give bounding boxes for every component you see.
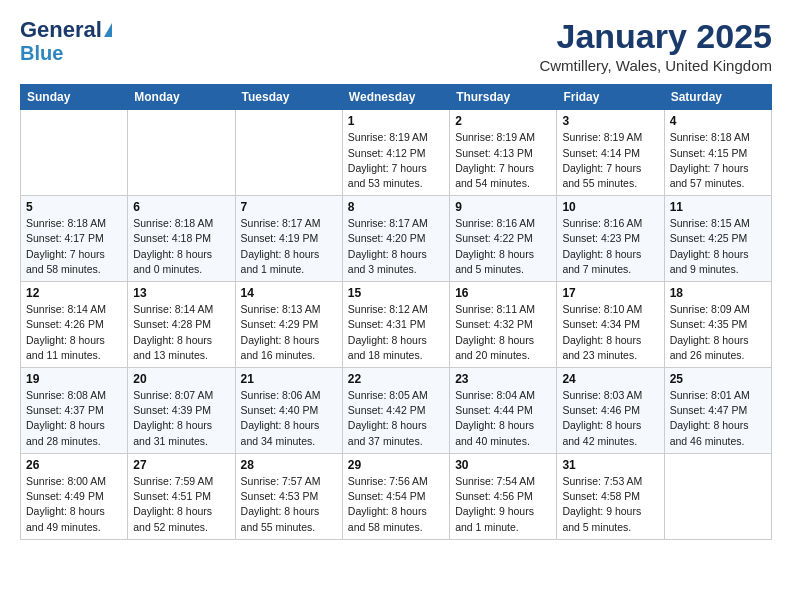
logo: General Blue (20, 18, 112, 64)
day-number: 6 (133, 200, 229, 214)
table-row: 5Sunrise: 8:18 AMSunset: 4:17 PMDaylight… (21, 196, 128, 282)
table-row: 13Sunrise: 8:14 AMSunset: 4:28 PMDayligh… (128, 282, 235, 368)
calendar-week-row: 26Sunrise: 8:00 AMSunset: 4:49 PMDayligh… (21, 453, 772, 539)
day-info: Sunrise: 8:08 AMSunset: 4:37 PMDaylight:… (26, 388, 122, 449)
day-info: Sunrise: 7:59 AMSunset: 4:51 PMDaylight:… (133, 474, 229, 535)
day-info: Sunrise: 8:14 AMSunset: 4:28 PMDaylight:… (133, 302, 229, 363)
logo-general: General (20, 18, 102, 42)
day-number: 17 (562, 286, 658, 300)
table-row (128, 110, 235, 196)
table-row: 10Sunrise: 8:16 AMSunset: 4:23 PMDayligh… (557, 196, 664, 282)
table-row (235, 110, 342, 196)
table-row: 26Sunrise: 8:00 AMSunset: 4:49 PMDayligh… (21, 453, 128, 539)
day-info: Sunrise: 8:13 AMSunset: 4:29 PMDaylight:… (241, 302, 337, 363)
day-info: Sunrise: 8:15 AMSunset: 4:25 PMDaylight:… (670, 216, 766, 277)
calendar-week-row: 19Sunrise: 8:08 AMSunset: 4:37 PMDayligh… (21, 368, 772, 454)
day-info: Sunrise: 8:12 AMSunset: 4:31 PMDaylight:… (348, 302, 444, 363)
day-number: 16 (455, 286, 551, 300)
table-row: 8Sunrise: 8:17 AMSunset: 4:20 PMDaylight… (342, 196, 449, 282)
table-row: 19Sunrise: 8:08 AMSunset: 4:37 PMDayligh… (21, 368, 128, 454)
table-row: 4Sunrise: 8:18 AMSunset: 4:15 PMDaylight… (664, 110, 771, 196)
day-info: Sunrise: 8:16 AMSunset: 4:23 PMDaylight:… (562, 216, 658, 277)
day-info: Sunrise: 7:57 AMSunset: 4:53 PMDaylight:… (241, 474, 337, 535)
day-number: 12 (26, 286, 122, 300)
day-number: 4 (670, 114, 766, 128)
table-row (21, 110, 128, 196)
day-info: Sunrise: 8:19 AMSunset: 4:14 PMDaylight:… (562, 130, 658, 191)
day-number: 9 (455, 200, 551, 214)
day-info: Sunrise: 8:18 AMSunset: 4:15 PMDaylight:… (670, 130, 766, 191)
table-row: 18Sunrise: 8:09 AMSunset: 4:35 PMDayligh… (664, 282, 771, 368)
table-row: 16Sunrise: 8:11 AMSunset: 4:32 PMDayligh… (450, 282, 557, 368)
table-row: 30Sunrise: 7:54 AMSunset: 4:56 PMDayligh… (450, 453, 557, 539)
day-info: Sunrise: 8:00 AMSunset: 4:49 PMDaylight:… (26, 474, 122, 535)
table-row: 31Sunrise: 7:53 AMSunset: 4:58 PMDayligh… (557, 453, 664, 539)
page: General Blue January 2025 Cwmtillery, Wa… (0, 0, 792, 558)
day-info: Sunrise: 8:14 AMSunset: 4:26 PMDaylight:… (26, 302, 122, 363)
table-row: 12Sunrise: 8:14 AMSunset: 4:26 PMDayligh… (21, 282, 128, 368)
col-monday: Monday (128, 85, 235, 110)
day-info: Sunrise: 8:09 AMSunset: 4:35 PMDaylight:… (670, 302, 766, 363)
day-number: 31 (562, 458, 658, 472)
day-number: 20 (133, 372, 229, 386)
day-info: Sunrise: 8:01 AMSunset: 4:47 PMDaylight:… (670, 388, 766, 449)
day-number: 3 (562, 114, 658, 128)
day-number: 7 (241, 200, 337, 214)
table-row: 28Sunrise: 7:57 AMSunset: 4:53 PMDayligh… (235, 453, 342, 539)
logo-triangle-icon (104, 23, 112, 37)
day-number: 15 (348, 286, 444, 300)
table-row: 7Sunrise: 8:17 AMSunset: 4:19 PMDaylight… (235, 196, 342, 282)
col-thursday: Thursday (450, 85, 557, 110)
day-info: Sunrise: 7:54 AMSunset: 4:56 PMDaylight:… (455, 474, 551, 535)
day-number: 23 (455, 372, 551, 386)
day-info: Sunrise: 8:03 AMSunset: 4:46 PMDaylight:… (562, 388, 658, 449)
day-number: 1 (348, 114, 444, 128)
day-number: 29 (348, 458, 444, 472)
col-wednesday: Wednesday (342, 85, 449, 110)
day-number: 14 (241, 286, 337, 300)
logo-blue: Blue (20, 42, 63, 64)
table-row: 23Sunrise: 8:04 AMSunset: 4:44 PMDayligh… (450, 368, 557, 454)
calendar-week-row: 1Sunrise: 8:19 AMSunset: 4:12 PMDaylight… (21, 110, 772, 196)
month-title: January 2025 (539, 18, 772, 55)
day-number: 24 (562, 372, 658, 386)
table-row: 24Sunrise: 8:03 AMSunset: 4:46 PMDayligh… (557, 368, 664, 454)
day-info: Sunrise: 8:18 AMSunset: 4:17 PMDaylight:… (26, 216, 122, 277)
calendar-header-row: Sunday Monday Tuesday Wednesday Thursday… (21, 85, 772, 110)
day-info: Sunrise: 8:05 AMSunset: 4:42 PMDaylight:… (348, 388, 444, 449)
day-info: Sunrise: 8:10 AMSunset: 4:34 PMDaylight:… (562, 302, 658, 363)
day-number: 28 (241, 458, 337, 472)
day-number: 2 (455, 114, 551, 128)
table-row: 11Sunrise: 8:15 AMSunset: 4:25 PMDayligh… (664, 196, 771, 282)
day-info: Sunrise: 8:16 AMSunset: 4:22 PMDaylight:… (455, 216, 551, 277)
day-number: 11 (670, 200, 766, 214)
day-info: Sunrise: 8:06 AMSunset: 4:40 PMDaylight:… (241, 388, 337, 449)
table-row: 1Sunrise: 8:19 AMSunset: 4:12 PMDaylight… (342, 110, 449, 196)
day-number: 25 (670, 372, 766, 386)
table-row: 25Sunrise: 8:01 AMSunset: 4:47 PMDayligh… (664, 368, 771, 454)
col-sunday: Sunday (21, 85, 128, 110)
table-row: 20Sunrise: 8:07 AMSunset: 4:39 PMDayligh… (128, 368, 235, 454)
calendar-week-row: 12Sunrise: 8:14 AMSunset: 4:26 PMDayligh… (21, 282, 772, 368)
day-info: Sunrise: 8:17 AMSunset: 4:20 PMDaylight:… (348, 216, 444, 277)
day-info: Sunrise: 8:18 AMSunset: 4:18 PMDaylight:… (133, 216, 229, 277)
day-info: Sunrise: 8:11 AMSunset: 4:32 PMDaylight:… (455, 302, 551, 363)
title-block: January 2025 Cwmtillery, Wales, United K… (539, 18, 772, 74)
table-row: 29Sunrise: 7:56 AMSunset: 4:54 PMDayligh… (342, 453, 449, 539)
day-number: 5 (26, 200, 122, 214)
col-friday: Friday (557, 85, 664, 110)
table-row: 17Sunrise: 8:10 AMSunset: 4:34 PMDayligh… (557, 282, 664, 368)
table-row: 21Sunrise: 8:06 AMSunset: 4:40 PMDayligh… (235, 368, 342, 454)
table-row: 14Sunrise: 8:13 AMSunset: 4:29 PMDayligh… (235, 282, 342, 368)
day-number: 21 (241, 372, 337, 386)
col-tuesday: Tuesday (235, 85, 342, 110)
day-number: 22 (348, 372, 444, 386)
location-title: Cwmtillery, Wales, United Kingdom (539, 57, 772, 74)
day-number: 30 (455, 458, 551, 472)
day-info: Sunrise: 8:19 AMSunset: 4:12 PMDaylight:… (348, 130, 444, 191)
table-row: 9Sunrise: 8:16 AMSunset: 4:22 PMDaylight… (450, 196, 557, 282)
table-row: 27Sunrise: 7:59 AMSunset: 4:51 PMDayligh… (128, 453, 235, 539)
day-number: 27 (133, 458, 229, 472)
table-row: 15Sunrise: 8:12 AMSunset: 4:31 PMDayligh… (342, 282, 449, 368)
day-info: Sunrise: 7:56 AMSunset: 4:54 PMDaylight:… (348, 474, 444, 535)
